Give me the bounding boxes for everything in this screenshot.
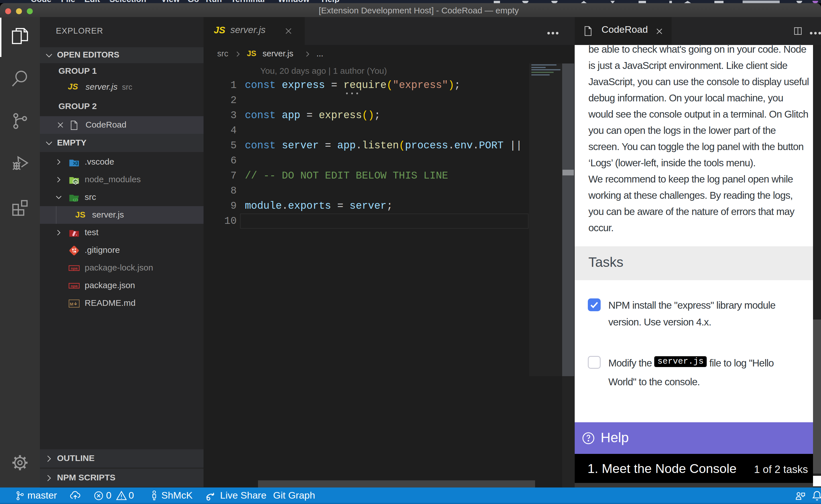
svg-text:M: M <box>70 302 73 306</box>
svg-text:JS: JS <box>74 181 77 184</box>
svg-text:npm: npm <box>71 267 77 271</box>
svg-text:npm: npm <box>71 284 77 288</box>
